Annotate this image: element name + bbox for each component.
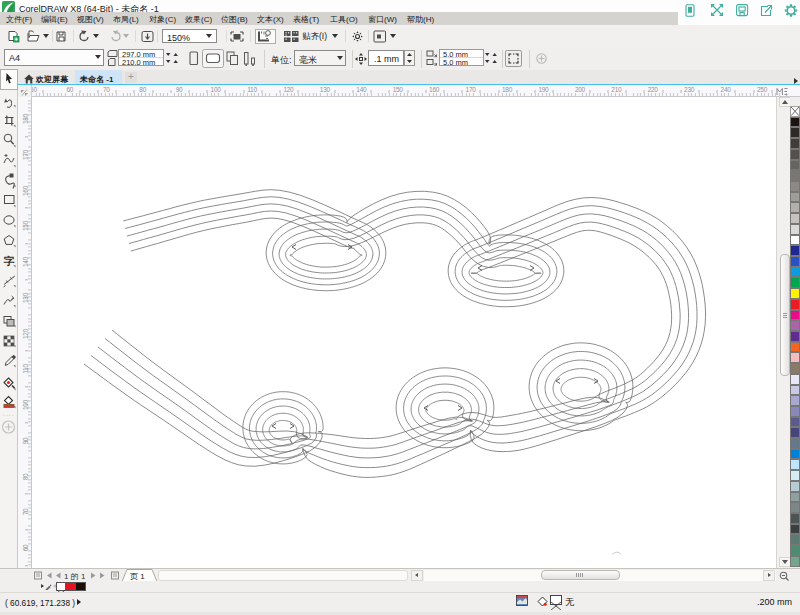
svg-text:字: 字 [4,255,15,267]
